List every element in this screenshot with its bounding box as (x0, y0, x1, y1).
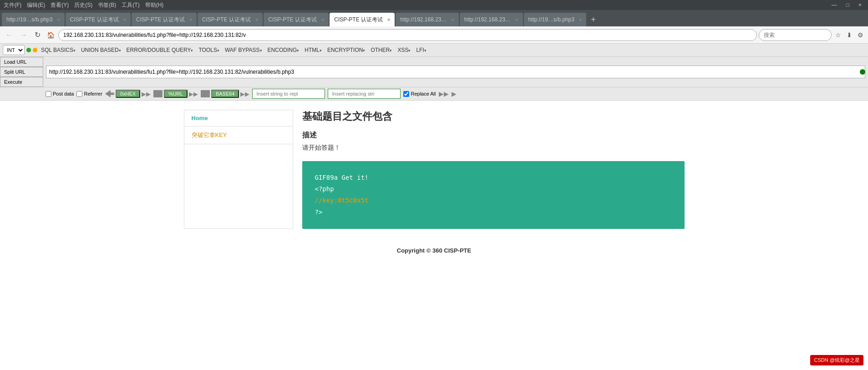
tab-label-2: CISP-PTE 认证考试 (136, 16, 185, 24)
tab-bar: http://19…s/b.php3 × CISP-PTE 认证考试 × CIS… (0, 10, 868, 26)
tab-close-4[interactable]: × (321, 17, 324, 22)
base64-arrow-right-icon: ▶▶ (240, 91, 249, 97)
tab-close-2[interactable]: × (189, 17, 192, 22)
tab-4[interactable]: CISP-PTE 认证考试 × (264, 13, 329, 26)
menu-xss[interactable]: XSS (396, 46, 412, 54)
menu-edit[interactable]: 编辑(E) (27, 1, 45, 9)
back-button[interactable]: ← (3, 29, 15, 41)
insert-replacing-input[interactable] (328, 89, 401, 99)
hex-arrow-icon (105, 90, 114, 97)
page-inner: Home 突破它拿KEY 基础题目之文件包含 描述 请开始答题！ GIF89a … (184, 110, 685, 229)
tab-3[interactable]: CISP-PTE 认证考试 × (198, 13, 263, 26)
tab-label-8: http://19…s/b.php3 (528, 16, 574, 23)
menu-waf-bypass[interactable]: WAF BYPASS (223, 46, 264, 54)
menu-history[interactable]: 历史(S) (74, 1, 92, 9)
post-data-label: Post data (53, 91, 74, 96)
menu-file[interactable]: 文件(F) (4, 1, 21, 9)
title-bar-controls: — □ × (829, 1, 864, 9)
insert-string-input[interactable] (252, 89, 325, 99)
base64-encode-button[interactable]: BASE64 (211, 90, 239, 98)
menu-bookmark[interactable]: 书签(B) (98, 1, 116, 9)
status-dot-orange (33, 48, 37, 52)
hex-encode-button[interactable]: 0xHEX (116, 90, 140, 98)
tab-close-1[interactable]: × (123, 17, 126, 22)
tab-2[interactable]: CISP-PTE 认证考试 × (132, 13, 197, 26)
url-arrow-right-icon: ▶▶ (189, 91, 198, 97)
tab-0[interactable]: http://19…s/b.php3 × (2, 13, 65, 26)
tab-8[interactable]: http://19…s/b.php3 × (524, 13, 587, 26)
tab-close-7[interactable]: × (515, 17, 518, 22)
code-line-3: ?> (315, 207, 672, 218)
menu-tools[interactable]: TOOLS (197, 46, 221, 54)
settings-icon[interactable]: ⚙ (856, 31, 865, 39)
search-input[interactable] (759, 29, 832, 41)
replace-all-label: Replace All (411, 91, 436, 96)
menu-lfi[interactable]: LFI (414, 46, 428, 54)
tab-7[interactable]: http://192.168.23… × (460, 13, 523, 26)
sidebar-item-key[interactable]: 突破它拿KEY (184, 127, 293, 144)
menu-other[interactable]: OTHER (369, 46, 394, 54)
int-dropdown[interactable]: INT (3, 45, 25, 55)
page-title: 基础题目之文件包含 (302, 110, 685, 123)
load-url-button[interactable]: Load URL (0, 57, 43, 67)
menu-tools[interactable]: 工具(T) (122, 1, 139, 9)
tab-label-4: CISP-PTE 认证考试 (268, 16, 317, 24)
address-bar[interactable] (58, 29, 757, 41)
menu-view[interactable]: 查看(Y) (51, 1, 69, 9)
tab-6[interactable]: http://192.168.23… × (396, 13, 459, 26)
tab-label-6: http://192.168.23… (400, 16, 447, 23)
post-data-checkbox-label[interactable]: Post data (46, 91, 74, 97)
menu-html[interactable]: HTML (303, 46, 324, 54)
tab-5[interactable]: CISP-PTE 认证考试 × (330, 13, 395, 26)
menu-encoding[interactable]: ENCODING (266, 46, 301, 54)
sidebar-item-home[interactable]: Home (184, 110, 293, 127)
desc-text: 请开始答题！ (302, 144, 685, 152)
close-button[interactable]: × (856, 1, 864, 9)
tab-1[interactable]: CISP-PTE 认证考试 × (66, 13, 131, 26)
menu-sql-basics[interactable]: SQL BASICS (39, 46, 77, 54)
replace-arrow2-icon: ▶ (452, 90, 457, 97)
new-tab-button[interactable]: + (587, 13, 599, 26)
referrer-checkbox[interactable] (76, 91, 82, 97)
tab-close-5[interactable]: × (387, 17, 390, 22)
hackbar: INT SQL BASICS UNION BASED ERROR/DOUBLE … (0, 44, 868, 101)
hackbar-url-input[interactable] (46, 66, 865, 78)
referrer-checkbox-label[interactable]: Referrer (76, 91, 102, 97)
post-data-checkbox[interactable] (46, 91, 51, 97)
menu-help[interactable]: 帮助(H) (145, 1, 164, 9)
tab-close-8[interactable]: × (579, 17, 582, 22)
menu-encryption[interactable]: ENCRYPTION (325, 46, 367, 54)
base64-encode-group: BASE64 ▶▶ (201, 90, 250, 98)
url-arrow-left-icon (153, 90, 162, 97)
maximize-button[interactable]: □ (843, 1, 852, 9)
menu-error-double[interactable]: ERROR/DOUBLE QUERY (125, 46, 195, 54)
star-icon[interactable]: ☆ (833, 31, 843, 39)
replace-all-checkbox-label[interactable]: Replace All (403, 91, 436, 97)
menu-union-based[interactable]: UNION BASED (79, 46, 123, 54)
replace-arrow-icon: ▶▶ (439, 90, 449, 97)
main-content: Home 突破它拿KEY 基础题目之文件包含 描述 请开始答题！ GIF89a … (0, 101, 868, 370)
forward-button[interactable]: → (17, 29, 30, 41)
refresh-button[interactable]: ↻ (32, 29, 43, 41)
tab-close-0[interactable]: × (57, 17, 60, 22)
execute-indicator (860, 69, 865, 75)
content-area: 基础题目之文件包含 描述 请开始答题！ GIF89a Get it! <?php… (302, 110, 685, 229)
tab-close-3[interactable]: × (255, 17, 258, 22)
download-icon[interactable]: ⬇ (845, 31, 854, 39)
page-wrapper: Home 突破它拿KEY 基础题目之文件包含 描述 请开始答题！ GIF89a … (0, 101, 868, 370)
csdn-badge: CSDN @炫彩@之星 (810, 355, 863, 365)
status-dot-green (26, 48, 31, 52)
tab-close-6[interactable]: × (452, 17, 454, 22)
replace-all-checkbox[interactable] (403, 91, 409, 97)
url-encode-button[interactable]: %URL (164, 90, 188, 98)
split-url-button[interactable]: Split URL (0, 67, 43, 77)
title-bar: 文件(F) 编辑(E) 查看(Y) 历史(S) 书签(B) 工具(T) 帮助(H… (0, 0, 868, 10)
minimize-button[interactable]: — (829, 1, 840, 9)
execute-button[interactable]: Execute (0, 77, 43, 87)
hex-encode-group: 0xHEX ▶▶ (105, 90, 151, 98)
browser-window: 文件(F) 编辑(E) 查看(Y) 历史(S) 书签(B) 工具(T) 帮助(H… (0, 0, 868, 370)
home-button[interactable]: 🏠 (45, 31, 56, 39)
nav-bar: ← → ↻ 🏠 ☆ ⬇ ⚙ (0, 26, 868, 44)
desc-label: 描述 (302, 131, 685, 140)
tab-label-0: http://19…s/b.php3 (6, 16, 52, 23)
